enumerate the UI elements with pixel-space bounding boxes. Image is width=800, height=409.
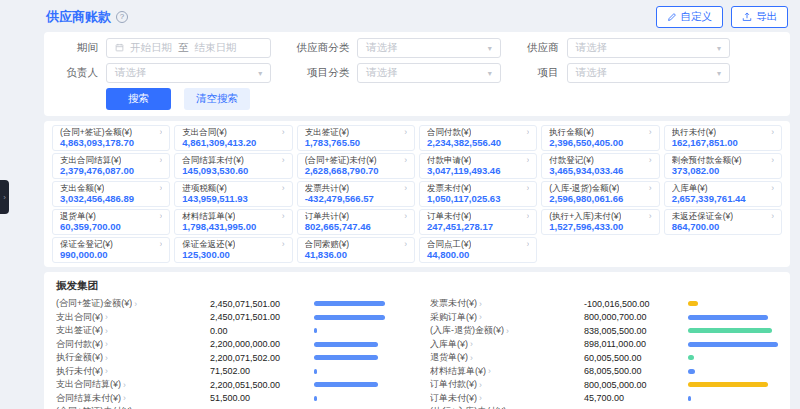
group-name[interactable]: 振发集团 <box>56 279 778 293</box>
stat-value[interactable]: 3,032,456,486.89 <box>60 194 162 204</box>
stat-card[interactable]: 合同付款(¥) › 2,234,382,556.40 <box>419 125 537 151</box>
metric-row: 合同付款(¥) › 2,200,000,000.00 <box>56 339 404 350</box>
stat-card[interactable]: (合同+签证)未付(¥) › 2,628,668,790.70 <box>297 153 415 179</box>
export-button[interactable]: 导出 <box>731 6 788 28</box>
stat-card[interactable]: 进项税额(¥) › 143,959,511.93 <box>174 181 292 207</box>
metric-label[interactable]: 执行金额(¥) › <box>56 351 206 364</box>
stat-card[interactable]: 执行未付(¥) › 162,167,851.00 <box>664 125 782 151</box>
metric-value: 68,005,500.00 <box>580 366 688 376</box>
metric-row: 发票未付(¥) › -100,016,500.00 <box>430 298 778 309</box>
metric-label[interactable]: 支出合同(¥) › <box>56 311 206 324</box>
end-date-placeholder: 结束日期 <box>195 41 237 55</box>
stat-value[interactable]: 3,047,119,493.46 <box>427 166 529 176</box>
stat-value[interactable]: -432,479,566.57 <box>305 194 407 204</box>
stat-value[interactable]: 2,396,550,405.00 <box>549 138 651 148</box>
stat-card[interactable]: 保证金登记(¥) › 990,000.00 <box>52 237 170 263</box>
stat-value[interactable]: 1,783,765.50 <box>305 138 407 148</box>
supplier-select[interactable]: 请选择 ▾ <box>567 38 730 58</box>
metric-label[interactable]: 订单付款(¥) › <box>430 378 580 391</box>
chevron-right-icon: › <box>649 183 652 193</box>
stat-card[interactable]: 订单未付(¥) › 247,451,278.17 <box>419 209 537 235</box>
search-button[interactable]: 搜索 <box>106 88 171 110</box>
metric-label[interactable]: (入库-退货)金额(¥) › <box>430 324 580 337</box>
stat-value[interactable]: 864,700.00 <box>672 222 774 232</box>
stat-card[interactable]: 支出合同(¥) › 4,861,309,413.20 <box>174 125 292 151</box>
stat-card[interactable]: 退货单(¥) › 60,359,700.00 <box>52 209 170 235</box>
metric-label[interactable]: 支出签证(¥) › <box>56 324 206 337</box>
stat-value[interactable]: 44,800.00 <box>427 250 529 260</box>
stat-value[interactable]: 4,861,309,413.20 <box>182 138 284 148</box>
metric-label[interactable]: 入库单(¥) › <box>430 338 580 351</box>
stat-value[interactable]: 2,234,382,556.40 <box>427 138 529 148</box>
metric-label[interactable]: 执行未付(¥) › <box>56 365 206 378</box>
filter-supplier: 供应商 请选择 ▾ <box>517 38 730 58</box>
project-select[interactable]: 请选择 ▾ <box>567 63 730 83</box>
metric-label[interactable]: 合同结算未付(¥) › <box>56 392 206 405</box>
stat-value[interactable]: 373,082.00 <box>672 166 774 176</box>
stat-card[interactable]: 支出合同结算(¥) › 2,379,476,087.00 <box>52 153 170 179</box>
metric-label[interactable]: (执行+入库)未付(¥) › <box>430 405 580 409</box>
stat-value[interactable]: 4,863,093,178.70 <box>60 138 162 148</box>
stat-value[interactable]: 2,657,339,761.44 <box>672 194 774 204</box>
stat-value[interactable]: 125,300.00 <box>182 250 284 260</box>
stat-value[interactable]: 802,665,747.46 <box>305 222 407 232</box>
metric-label[interactable]: 退货单(¥) › <box>430 351 580 364</box>
stat-card[interactable]: 剩余预付款金额(¥) › 373,082.00 <box>664 153 782 179</box>
stat-value[interactable]: 1,798,431,995.00 <box>182 222 284 232</box>
metric-label[interactable]: 订单未付(¥) › <box>430 392 580 405</box>
metric-row: (入库-退货)金额(¥) › 838,005,500.00 <box>430 325 778 336</box>
project-category-select[interactable]: 请选择 ▾ <box>357 63 500 83</box>
metric-label[interactable]: 采购订单(¥) › <box>430 311 580 324</box>
metric-label[interactable]: (合同+签证)金额(¥) › <box>56 297 206 310</box>
stat-card[interactable]: 发票未付(¥) › 1,050,117,025.63 <box>419 181 537 207</box>
stat-card[interactable]: 材料结算单(¥) › 1,798,431,995.00 <box>174 209 292 235</box>
stat-value[interactable]: 247,451,278.17 <box>427 222 529 232</box>
stat-value[interactable]: 2,379,476,087.00 <box>60 166 162 176</box>
customize-button[interactable]: 自定义 <box>656 6 724 28</box>
chevron-right-icon: › <box>404 183 407 193</box>
stat-value[interactable]: 41,836.00 <box>305 250 407 260</box>
stat-value[interactable]: 990,000.00 <box>60 250 162 260</box>
stat-value[interactable]: 2,628,668,790.70 <box>305 166 407 176</box>
stat-card[interactable]: 付款申请(¥) › 3,047,119,493.46 <box>419 153 537 179</box>
help-icon[interactable]: ? <box>116 11 128 23</box>
stat-card[interactable]: 入库单(¥) › 2,657,339,761.44 <box>664 181 782 207</box>
stat-card[interactable]: (执行+入库)未付(¥) › 1,527,596,433.00 <box>541 209 659 235</box>
stat-card[interactable]: (入库-退货)金额(¥) › 2,596,980,061.66 <box>541 181 659 207</box>
chevron-right-icon: › <box>105 326 108 336</box>
period-range-input[interactable]: 开始日期 至 结束日期 <box>106 38 271 58</box>
stat-value[interactable]: 2,596,980,061.66 <box>549 194 651 204</box>
stat-card[interactable]: 保证金返还(¥) › 125,300.00 <box>174 237 292 263</box>
owner-select[interactable]: 请选择 ▾ <box>106 63 271 83</box>
stat-card[interactable]: 支出签证(¥) › 1,783,765.50 <box>297 125 415 151</box>
stat-card[interactable]: 订单共计(¥) › 802,665,747.46 <box>297 209 415 235</box>
stat-card[interactable]: 付款登记(¥) › 3,465,934,033.46 <box>541 153 659 179</box>
metric-label[interactable]: 材料结算单(¥) › <box>430 365 580 378</box>
side-drawer-handle[interactable]: › <box>0 180 9 214</box>
metric-label[interactable]: 支出合同结算(¥) › <box>56 378 206 391</box>
stat-value[interactable]: 60,359,700.00 <box>60 222 162 232</box>
stat-card[interactable]: 合同结算未付(¥) › 145,093,530.60 <box>174 153 292 179</box>
stat-card[interactable]: 合同索赔(¥) › 41,836.00 <box>297 237 415 263</box>
stat-label: 付款登记(¥) <box>549 155 593 165</box>
stat-value[interactable]: 143,959,511.93 <box>182 194 284 204</box>
stat-card[interactable]: 合同点工(¥) › 44,800.00 <box>419 237 537 263</box>
period-label: 期间 <box>58 41 98 55</box>
supplier-category-select[interactable]: 请选择 ▾ <box>357 38 500 58</box>
metric-row: 退货单(¥) › 60,005,500.00 <box>430 352 778 363</box>
stat-card[interactable]: (合同+签证)金额(¥) › 4,863,093,178.70 <box>52 125 170 151</box>
stat-card[interactable]: 未返还保证金(¥) › 864,700.00 <box>664 209 782 235</box>
stat-value[interactable]: 3,465,934,033.46 <box>549 166 651 176</box>
stat-value[interactable]: 1,050,117,025.63 <box>427 194 529 204</box>
metric-label[interactable]: (合同+签证)未付(¥) › <box>56 405 206 409</box>
clear-search-button[interactable]: 清空搜索 <box>184 88 250 110</box>
stat-card[interactable]: 支出金额(¥) › 3,032,456,486.89 <box>52 181 170 207</box>
stat-value[interactable]: 145,093,530.60 <box>182 166 284 176</box>
chevron-right-icon: › <box>649 211 652 221</box>
metric-label[interactable]: 合同付款(¥) › <box>56 338 206 351</box>
metric-label[interactable]: 发票未付(¥) › <box>430 297 580 310</box>
stat-card[interactable]: 执行金额(¥) › 2,396,550,405.00 <box>541 125 659 151</box>
stat-value[interactable]: 1,527,596,433.00 <box>549 222 651 232</box>
stat-card[interactable]: 发票共计(¥) › -432,479,566.57 <box>297 181 415 207</box>
stat-value[interactable]: 162,167,851.00 <box>672 138 774 148</box>
